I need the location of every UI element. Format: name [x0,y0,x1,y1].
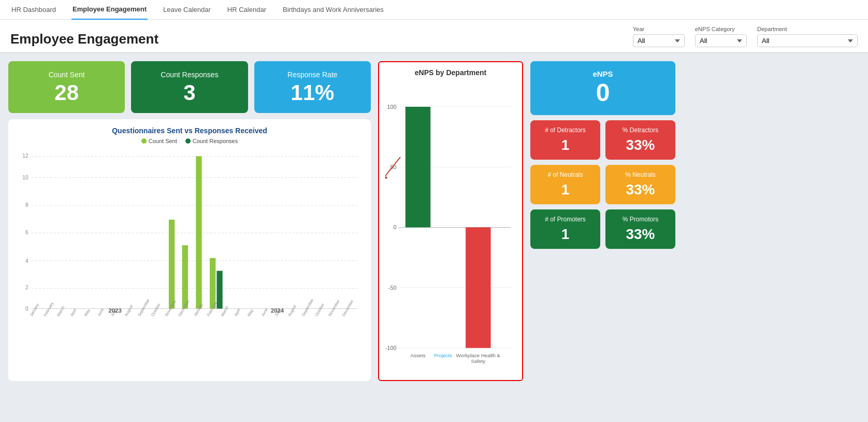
filters-row: Year All20232024 eNPS Category AllPromot… [633,26,858,47]
enps-main-card: eNPS 0 [530,61,675,115]
enps-cat-filter-label: eNPS Category [695,26,747,32]
detractors-pct-card: % Detractors 33% [605,120,675,160]
bar-whs [466,228,490,348]
detractors-count-card: # of Detractors 1 [530,120,600,160]
bar-sent-nov2023 [169,220,175,309]
bar-sent-feb2024 [210,258,215,309]
year-filter-select[interactable]: All20232024 [633,34,685,47]
legend-sent-label: Count Sent [149,138,177,144]
promoters-count-label: # of Promoters [534,216,596,223]
promoters-pct-value: 33% [610,226,671,243]
bar-chart-svg: 12 10 8 6 4 2 0 [17,148,363,319]
enps-dept-svg: 100 50 0 -50 -100 [385,81,516,374]
svg-text:November: November [327,299,341,317]
enps-main-value: 0 [539,78,667,107]
svg-text:Safety: Safety [471,358,486,364]
nav-employee-engagement[interactable]: Employee Engagement [71,0,148,20]
neutrals-count-card: # of Neutrals 1 [530,165,600,204]
nav-hr-calendar[interactable]: HR Calendar [226,0,267,20]
svg-text:Assets: Assets [410,353,425,358]
dept-filter-group: Department AllAssetsProjectsWorkplace He… [757,26,858,47]
response-rate-label: Response Rate [287,71,338,79]
svg-text:December: December [341,299,355,317]
svg-text:0: 0 [25,306,28,312]
count-sent-card: Count Sent 28 [8,61,125,113]
detractors-pct-value: 33% [610,137,671,153]
neutrals-row: # of Neutrals 1 % Neutrals 33% [530,165,675,204]
promoters-pct-label: % Promotors [610,216,671,223]
svg-text:12: 12 [22,153,28,159]
svg-text:April: April [69,308,78,317]
svg-text:January: January [193,302,204,317]
count-sent-value: 28 [54,82,79,104]
svg-text:September: September [301,298,315,317]
neutrals-count-label: # of Neutrals [534,171,596,178]
legend-resp-dot [185,138,191,144]
svg-text:100: 100 [387,104,397,110]
chart-title: Questionnaires Sent vs Responses Receive… [17,126,363,135]
stat-cards-row: Count Sent 28 Count Responses 3 Response… [8,61,371,113]
count-sent-label: Count Sent [49,71,85,79]
right-column: eNPS 0 # of Detractors 1 % Detractors 33… [530,61,675,381]
response-rate-value: 11% [291,82,334,104]
enps-cat-filter-select[interactable]: AllPromotersNeutralsDetractors [695,34,747,47]
left-column: Count Sent 28 Count Responses 3 Response… [8,61,371,381]
year-filter-label: Year [633,26,685,32]
svg-text:October: October [150,302,162,317]
count-responses-value: 3 [183,82,195,104]
detractors-count-label: # of Detractors [534,126,596,134]
nav-birthdays[interactable]: Birthdays and Work Anniversaries [282,0,385,20]
response-rate-card: Response Rate 11% [254,61,371,113]
dept-filter-label: Department [757,26,858,32]
svg-text:2023: 2023 [109,307,122,314]
main-content: Count Sent 28 Count Responses 3 Response… [0,53,868,389]
header-area: Employee Engagement Year All20232024 eNP… [0,20,868,52]
svg-text:January: January [29,302,40,317]
bar-chart-container: 12 10 8 6 4 2 0 [17,148,363,320]
svg-text:Projects: Projects [434,353,452,358]
legend-count-sent: Count Sent [141,138,177,144]
svg-text:October: October [314,302,326,317]
bar-resp-feb2024 [216,271,222,308]
nav-hr-dashboard[interactable]: HR Dashboard [10,0,57,20]
enps-dept-card: eNPS by Department 100 50 0 -50 -100 [378,61,523,381]
svg-text:2: 2 [25,285,28,290]
svg-text:May: May [247,308,254,317]
svg-text:0: 0 [393,224,396,230]
svg-text:February: February [206,301,218,317]
svg-text:6: 6 [25,230,28,235]
promoters-count-value: 1 [534,226,596,243]
year-filter-group: Year All20232024 [633,26,685,47]
count-responses-label: Count Responses [161,71,218,79]
svg-text:-100: -100 [385,345,396,351]
detractors-pct-label: % Detractors [610,126,671,134]
dept-filter-select[interactable]: AllAssetsProjectsWorkplace Health & Safe… [757,34,858,47]
neutrals-pct-card: % Neutrals 33% [605,165,675,204]
svg-text:10: 10 [22,175,28,180]
enps-dept-chart-area: 100 50 0 -50 -100 [385,81,516,374]
enps-main-label: eNPS [539,69,667,78]
nav-leave-calendar[interactable]: Leave Calendar [162,0,212,20]
svg-text:2024: 2024 [271,307,284,314]
bar-sent-jan2024 [196,156,201,308]
svg-text:August: August [287,304,297,317]
svg-text:August: August [124,304,134,317]
svg-text:February: February [42,301,54,317]
svg-text:Workplace Health &: Workplace Health & [456,353,501,358]
legend-count-responses: Count Responses [185,138,238,144]
top-nav: HR Dashboard Employee Engagement Leave C… [0,0,868,20]
questionnaire-chart-card: Questionnaires Sent vs Responses Receive… [8,119,371,381]
enps-dept-title: eNPS by Department [385,68,516,77]
neutrals-pct-value: 33% [610,181,671,198]
legend-sent-dot [141,138,147,144]
page-title: Employee Engagement [10,31,158,47]
svg-text:September: September [137,298,151,317]
promoters-row: # of Promoters 1 % Promotors 33% [530,209,675,249]
legend-resp-label: Count Responses [193,138,238,144]
neutrals-count-value: 1 [534,181,596,198]
bar-sent-dec2023 [182,245,188,308]
svg-text:March: March [56,305,65,317]
enps-cat-filter-group: eNPS Category AllPromotersNeutralsDetrac… [695,26,747,47]
svg-text:May: May [83,308,91,317]
svg-text:8: 8 [25,202,28,208]
